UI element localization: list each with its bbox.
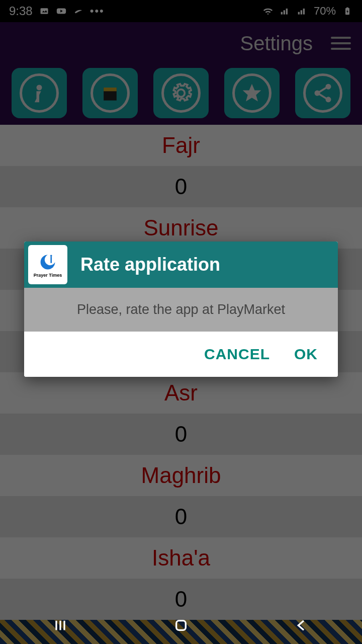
system-nav-bar — [0, 609, 362, 644]
dialog-header: Prayer Times Rate application — [24, 242, 338, 288]
dialog-message: Please, rate the app at PlayMarket — [24, 288, 338, 332]
app-icon-label: Prayer Times — [34, 273, 62, 278]
cancel-button[interactable]: CANCEL — [204, 346, 270, 363]
app-icon: Prayer Times — [28, 245, 67, 284]
dialog-title: Rate application — [80, 254, 220, 275]
recent-apps-button[interactable] — [52, 617, 68, 635]
svg-rect-27 — [176, 621, 186, 630]
ok-button[interactable]: OK — [294, 346, 318, 363]
home-button[interactable] — [173, 617, 189, 635]
rate-dialog: Prayer Times Rate application Please, ra… — [24, 242, 338, 377]
svg-rect-22 — [50, 257, 52, 263]
dialog-actions: CANCEL OK — [24, 332, 338, 377]
back-button[interactable] — [294, 617, 310, 635]
svg-point-23 — [50, 255, 52, 257]
